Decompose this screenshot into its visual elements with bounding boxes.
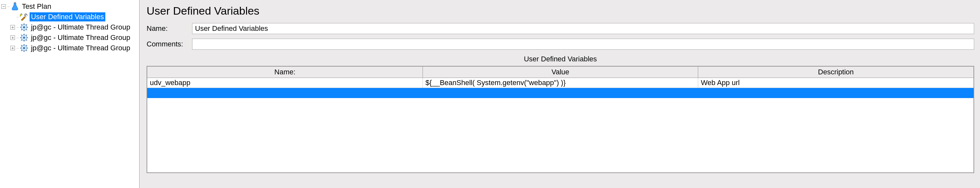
table-row-selected-empty[interactable] bbox=[147, 88, 974, 98]
tree-item-label: jp@gc - Ultimate Thread Group bbox=[30, 23, 132, 32]
variables-table[interactable]: Name: Value Description udv_webapp${__Be… bbox=[147, 66, 974, 98]
tree-root-label: Test Plan bbox=[21, 2, 52, 11]
svg-line-8 bbox=[21, 24, 22, 25]
comments-label: Comments: bbox=[146, 40, 192, 48]
section-caption: User Defined Variables bbox=[146, 55, 974, 63]
svg-point-3 bbox=[23, 26, 25, 28]
gear-icon bbox=[20, 33, 28, 42]
tree-connector: ···· bbox=[16, 46, 19, 50]
svg-line-19 bbox=[26, 39, 27, 41]
cell-desc[interactable]: Web App url bbox=[698, 77, 974, 88]
svg-line-11 bbox=[21, 29, 22, 30]
tree-children: ····User Defined Variables+····jp@gc - U… bbox=[0, 12, 139, 53]
col-header-desc[interactable]: Description bbox=[698, 66, 974, 77]
tree-item-0[interactable]: ····User Defined Variables bbox=[0, 12, 139, 22]
table-header-row: Name: Value Description bbox=[147, 66, 974, 77]
tree-connector: ···· bbox=[16, 15, 19, 19]
comments-row: Comments: bbox=[146, 39, 974, 50]
expand-icon[interactable]: + bbox=[10, 35, 15, 40]
expand-icon[interactable]: + bbox=[10, 46, 15, 51]
name-input[interactable] bbox=[192, 23, 974, 34]
cell-empty[interactable] bbox=[698, 88, 974, 98]
tree-connector: ···· bbox=[16, 36, 19, 39]
svg-line-31 bbox=[21, 50, 22, 51]
page-title: User Defined Variables bbox=[146, 5, 974, 17]
expand-icon[interactable]: + bbox=[10, 25, 15, 30]
variables-table-container: Name: Value Description udv_webapp${__Be… bbox=[146, 66, 974, 173]
svg-line-21 bbox=[21, 39, 22, 41]
collapse-icon[interactable]: − bbox=[1, 4, 6, 9]
cell-value[interactable]: ${__BeanShell( System.getenv("webapp") )… bbox=[423, 77, 698, 88]
cell-name[interactable]: udv_webapp bbox=[147, 77, 423, 88]
comments-input[interactable] bbox=[192, 39, 974, 50]
tree-panel: − ···· Test Plan ····User Defined Variab… bbox=[0, 0, 140, 188]
svg-line-29 bbox=[26, 50, 27, 51]
tree-item-label: jp@gc - Ultimate Thread Group bbox=[30, 44, 132, 52]
gear-icon bbox=[20, 44, 28, 52]
svg-line-10 bbox=[26, 24, 27, 25]
tree-connector: ···· bbox=[7, 5, 10, 8]
tree-item-3[interactable]: +····jp@gc - Ultimate Thread Group bbox=[0, 43, 139, 53]
svg-rect-1 bbox=[20, 13, 22, 17]
main-panel: User Defined Variables Name: Comments: U… bbox=[140, 0, 980, 188]
tree-item-label: User Defined Variables bbox=[30, 12, 105, 21]
flask-icon bbox=[11, 2, 19, 11]
tree-spacer bbox=[10, 14, 15, 19]
col-header-name[interactable]: Name: bbox=[147, 66, 423, 77]
cell-empty[interactable] bbox=[147, 88, 423, 98]
app-root: − ···· Test Plan ····User Defined Variab… bbox=[0, 0, 980, 188]
svg-line-30 bbox=[26, 45, 27, 46]
tools-icon bbox=[20, 13, 28, 21]
gear-icon bbox=[20, 23, 28, 32]
tree-item-2[interactable]: +····jp@gc - Ultimate Thread Group bbox=[0, 32, 139, 43]
col-header-value[interactable]: Value bbox=[423, 66, 698, 77]
svg-rect-0 bbox=[14, 2, 16, 3]
svg-line-18 bbox=[21, 35, 22, 36]
svg-line-28 bbox=[21, 45, 22, 46]
tree-item-label: jp@gc - Ultimate Thread Group bbox=[30, 33, 132, 42]
tree-connector: ···· bbox=[16, 26, 19, 29]
table-row[interactable]: udv_webapp${__BeanShell( System.getenv("… bbox=[147, 77, 974, 88]
name-label: Name: bbox=[146, 24, 192, 33]
cell-empty[interactable] bbox=[423, 88, 698, 98]
svg-line-9 bbox=[26, 29, 27, 30]
svg-point-13 bbox=[23, 37, 25, 39]
svg-point-23 bbox=[23, 47, 25, 49]
tree-root-row[interactable]: − ···· Test Plan bbox=[0, 1, 139, 12]
name-row: Name: bbox=[146, 23, 974, 34]
svg-line-20 bbox=[26, 35, 27, 36]
tree-item-1[interactable]: +····jp@gc - Ultimate Thread Group bbox=[0, 22, 139, 32]
